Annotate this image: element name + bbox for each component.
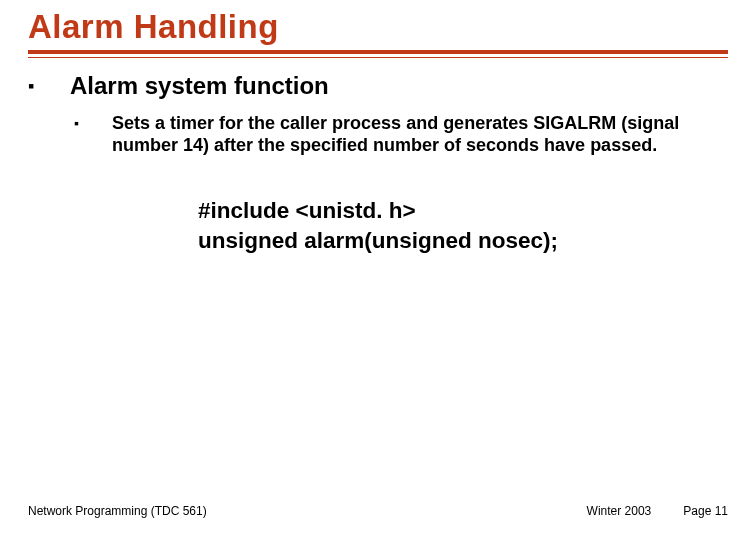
footer: Network Programming (TDC 561) Winter 200… (28, 504, 728, 518)
bullet-level2-text: Sets a timer for the caller process and … (112, 112, 702, 156)
footer-page: Page 11 (683, 504, 728, 518)
square-bullet-icon: ▪ (74, 112, 84, 134)
bullet-level2: ▪ Sets a timer for the caller process an… (74, 112, 728, 156)
square-bullet-icon: ▪ (28, 72, 40, 100)
footer-term: Winter 2003 (587, 504, 652, 518)
title-rule-thick (28, 50, 728, 54)
footer-right: Winter 2003 Page 11 (587, 504, 728, 518)
code-line-2: unsigned alarm(unsigned nosec); (198, 226, 728, 256)
footer-course: Network Programming (TDC 561) (28, 504, 207, 518)
content-area: ▪ Alarm system function ▪ Sets a timer f… (28, 58, 728, 256)
bullet-level1-text: Alarm system function (70, 72, 329, 100)
code-line-1: #include <unistd. h> (198, 196, 728, 226)
code-block: #include <unistd. h> unsigned alarm(unsi… (198, 196, 728, 256)
bullet-level1: ▪ Alarm system function (28, 72, 728, 100)
slide-title: Alarm Handling (28, 8, 728, 46)
slide: Alarm Handling ▪ Alarm system function ▪… (0, 0, 756, 540)
